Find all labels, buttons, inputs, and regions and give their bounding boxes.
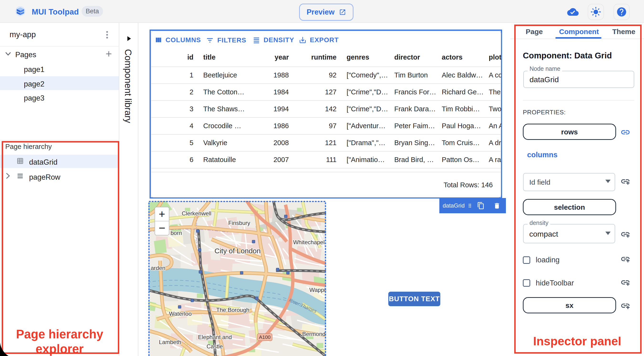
svg-text:The Borough: The Borough — [216, 307, 250, 313]
svg-text:Clerkenwell: Clerkenwell — [182, 210, 211, 217]
svg-text:Lambeth: Lambeth — [159, 339, 181, 345]
svg-text:Finsbury: Finsbury — [228, 220, 250, 226]
svg-text:Bermondse: Bermondse — [302, 331, 326, 337]
svg-text:Waterloo: Waterloo — [169, 311, 192, 317]
svg-text:Elephant and: Elephant and — [198, 334, 232, 340]
svg-text:Wapping: Wapping — [309, 287, 326, 293]
svg-text:City of London: City of London — [214, 247, 260, 255]
svg-text:A100: A100 — [259, 334, 270, 340]
svg-text:Whitechapel: Whitechapel — [293, 239, 324, 245]
svg-text:Castle: Castle — [206, 343, 223, 350]
svg-text:arden: arden — [151, 265, 165, 271]
svg-text:born: born — [170, 230, 182, 236]
